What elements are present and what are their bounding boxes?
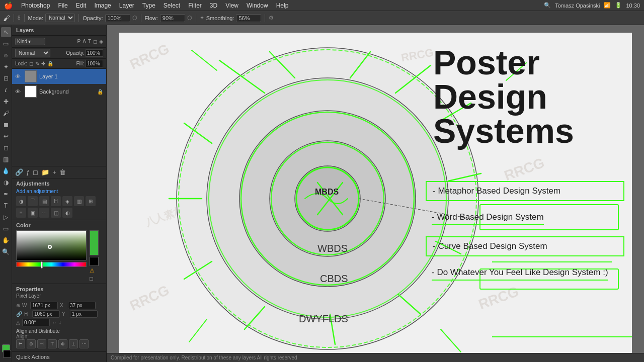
- crop-tool[interactable]: ⊡: [1, 73, 11, 83]
- adjustment-filter-icon[interactable]: A: [83, 39, 86, 44]
- blend-mode-select[interactable]: Normal: [15, 49, 50, 57]
- menu-select[interactable]: Select: [160, 1, 184, 10]
- width-input[interactable]: [30, 302, 58, 309]
- add-mask-icon[interactable]: ◻: [33, 168, 38, 176]
- visibility-icon[interactable]: 👁: [15, 88, 22, 95]
- eraser-tool[interactable]: ◻: [1, 143, 11, 153]
- align-top-btn[interactable]: ⊤: [48, 339, 57, 348]
- menu-view[interactable]: View: [222, 1, 242, 10]
- flip-h-icon[interactable]: ↔: [52, 320, 57, 325]
- link-wh-icon[interactable]: ⊕: [16, 303, 20, 308]
- history-brush-tool[interactable]: ↩: [1, 131, 11, 141]
- y-input[interactable]: [70, 310, 98, 318]
- menu-file[interactable]: File: [54, 1, 71, 10]
- gradient-tool[interactable]: ▥: [1, 154, 11, 164]
- colorbalance-adjustment-icon[interactable]: ◈: [62, 196, 72, 206]
- new-layer-icon[interactable]: +: [52, 168, 56, 176]
- smoothing-input[interactable]: [236, 14, 261, 22]
- pressure-flow-icon[interactable]: ⬡: [187, 15, 192, 21]
- dodge-tool[interactable]: ◑: [1, 177, 11, 188]
- link-layers-icon[interactable]: 🔗: [15, 168, 23, 176]
- kind-filter[interactable]: Kind ▾: [15, 38, 45, 45]
- heal-tool[interactable]: ✚: [1, 97, 11, 107]
- delete-layer-icon[interactable]: 🗑: [59, 168, 66, 176]
- menu-help[interactable]: Help: [273, 1, 292, 10]
- lock-position-icon[interactable]: ✤: [41, 61, 45, 66]
- menu-layer[interactable]: Layer: [116, 1, 138, 10]
- gradient-adjustment-icon[interactable]: ▥: [74, 196, 84, 206]
- align-right-btn[interactable]: ⊣: [37, 339, 46, 348]
- menu-photoshop[interactable]: Photoshop: [18, 1, 53, 10]
- invert-icon[interactable]: ◐: [62, 208, 72, 218]
- path-select-tool[interactable]: ▷: [1, 212, 11, 222]
- menu-image[interactable]: Image: [91, 1, 114, 10]
- magic-wand-tool[interactable]: ✦: [1, 62, 11, 72]
- align-left-btn[interactable]: ⊢: [16, 339, 25, 348]
- new-group-icon[interactable]: 📁: [41, 168, 49, 176]
- lock-transparent-icon[interactable]: ◻: [29, 61, 33, 66]
- constrain-icon[interactable]: 🔗: [16, 311, 22, 317]
- eyedropper-tool[interactable]: 𝒊: [1, 85, 11, 95]
- shape-filter-icon[interactable]: ◻: [93, 39, 97, 44]
- shape-tool[interactable]: ▭: [1, 224, 11, 234]
- selective-adjustment-icon[interactable]: ▣: [28, 208, 38, 218]
- hand-tool[interactable]: ✋: [1, 235, 11, 245]
- pixel-filter-icon[interactable]: P: [77, 39, 81, 44]
- opacity-input[interactable]: [105, 14, 130, 22]
- levels-adjustment-icon[interactable]: ▤: [39, 196, 49, 206]
- opacity-value[interactable]: [86, 49, 103, 57]
- stamp-tool[interactable]: ◼: [1, 120, 11, 130]
- x-input[interactable]: [68, 302, 96, 309]
- pressure-opacity-icon[interactable]: ⬡: [132, 15, 137, 21]
- type-tool[interactable]: T: [1, 201, 11, 211]
- brush-tool[interactable]: 🖌: [1, 108, 11, 118]
- align-center-h-btn[interactable]: ⊕: [27, 339, 36, 348]
- photo-filter-icon[interactable]: ◫: [51, 208, 61, 218]
- lasso-tool[interactable]: ⌾: [1, 50, 11, 60]
- flip-v-icon[interactable]: ↕: [59, 320, 61, 325]
- menu-3d[interactable]: 3D: [206, 1, 221, 10]
- align-center-v-btn[interactable]: ⊕: [58, 339, 67, 348]
- more-align-btn[interactable]: ⋯: [79, 339, 89, 348]
- layer-item-layer1[interactable]: 👁 Layer 1: [12, 69, 106, 84]
- select-tool[interactable]: ▭: [1, 39, 11, 49]
- settings-icon[interactable]: ⚙: [269, 15, 274, 21]
- hsl-adjustment-icon[interactable]: H: [51, 196, 61, 206]
- more-adjustment-icon[interactable]: ⋯: [39, 208, 49, 218]
- brightness-adjustment-icon[interactable]: ◑: [16, 196, 26, 206]
- mode-select[interactable]: Normal: [45, 14, 75, 22]
- align-distribute-header[interactable]: Align and Distribute: [16, 328, 102, 334]
- airbrush-icon[interactable]: ✦: [200, 15, 204, 21]
- layer-item-background[interactable]: 👁 Background 🔒: [12, 84, 106, 99]
- pattern-adjustment-icon[interactable]: ⊞: [86, 196, 96, 206]
- menu-window[interactable]: Window: [243, 1, 272, 10]
- visibility-icon[interactable]: 👁: [15, 73, 22, 79]
- menu-edit[interactable]: Edit: [72, 1, 90, 10]
- lock-all-icon[interactable]: 🔒: [47, 61, 53, 66]
- add-adjustment-link[interactable]: Add an adjustment: [16, 189, 102, 194]
- channelmixer-adjustment-icon[interactable]: ≡: [16, 208, 26, 218]
- foreground-swatch[interactable]: [90, 230, 99, 255]
- smart-filter-icon[interactable]: ◈: [99, 39, 103, 44]
- angle-input[interactable]: [22, 319, 50, 326]
- properties-header[interactable]: Properties: [16, 286, 102, 292]
- search-icon[interactable]: 🔍: [544, 2, 551, 9]
- flow-input[interactable]: [160, 14, 185, 22]
- apple-icon[interactable]: 🍎: [4, 2, 13, 10]
- add-style-icon[interactable]: ƒ: [26, 168, 30, 176]
- align-bottom-btn[interactable]: ⊥: [69, 339, 78, 348]
- menu-filter[interactable]: Filter: [185, 1, 205, 10]
- hue-slider[interactable]: [16, 262, 87, 267]
- fill-value[interactable]: [86, 60, 103, 67]
- background-swatch[interactable]: [90, 257, 99, 266]
- type-filter-icon[interactable]: T: [88, 39, 91, 44]
- menu-type[interactable]: Type: [139, 1, 159, 10]
- height-input[interactable]: [32, 310, 60, 318]
- lock-image-icon[interactable]: ✎: [35, 61, 39, 66]
- canvas-area[interactable]: RRCG RRCG RRCG RRCG RRCG RRCG 八人素材 八人素材 …: [107, 25, 644, 362]
- quick-actions-header[interactable]: Quick Actions: [16, 354, 102, 360]
- zoom-tool[interactable]: 🔍: [1, 247, 11, 257]
- pen-tool[interactable]: ✒: [1, 189, 11, 199]
- move-tool[interactable]: ↖: [1, 27, 11, 37]
- color-picker-gradient[interactable]: [16, 230, 87, 260]
